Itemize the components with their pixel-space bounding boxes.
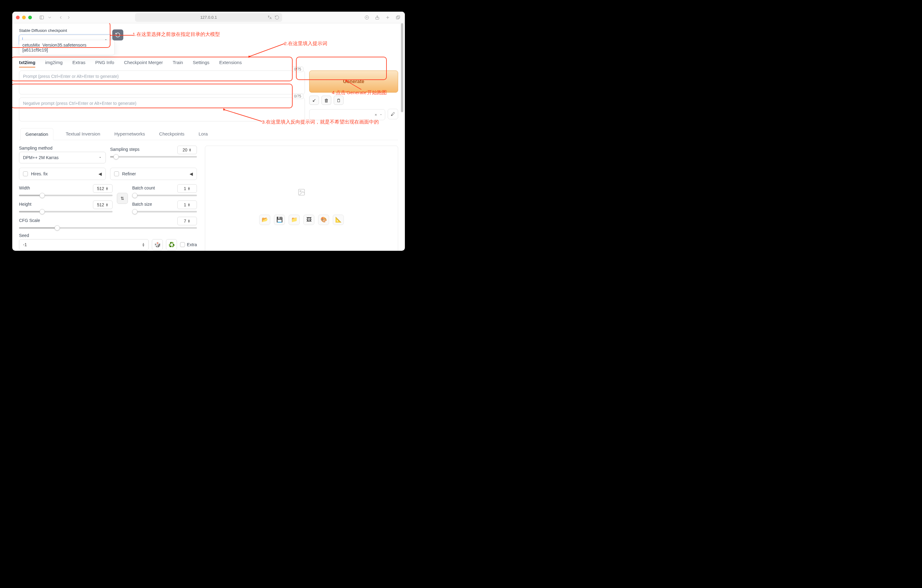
collapse-icon[interactable]: ◀ bbox=[190, 172, 193, 176]
batch-count-value: 1 bbox=[184, 186, 186, 191]
negative-prompt-input[interactable]: 0/75 Negative prompt (press Ctrl+Enter o… bbox=[19, 98, 305, 121]
height-slider[interactable] bbox=[19, 211, 113, 212]
stepper-icon[interactable]: ▲▼ bbox=[187, 219, 190, 223]
sampling-steps-input[interactable]: 20 ▲▼ bbox=[177, 145, 197, 154]
prompt-token-count: 0/75 bbox=[292, 67, 303, 72]
open-folder-button[interactable]: 📂 bbox=[259, 215, 270, 225]
stepper-icon[interactable]: ▲▼ bbox=[106, 187, 109, 190]
subtab-checkpoints[interactable]: Checkpoints bbox=[157, 128, 186, 140]
tab-txt2img[interactable]: txt2img bbox=[19, 60, 35, 67]
send-to-img2img-button[interactable]: 🖼 bbox=[303, 215, 314, 225]
scrollbar-thumb[interactable] bbox=[401, 23, 403, 112]
tab-settings[interactable]: Settings bbox=[193, 60, 209, 67]
cfg-slider[interactable] bbox=[19, 227, 197, 229]
stepper-icon[interactable]: ▲▼ bbox=[187, 203, 190, 207]
forward-button[interactable] bbox=[65, 15, 72, 21]
stepper-icon[interactable]: ▲▼ bbox=[142, 242, 145, 247]
width-input[interactable]: 512 ▲▼ bbox=[93, 184, 113, 193]
cfg-label: CFG Scale bbox=[19, 218, 40, 223]
stepper-icon[interactable]: ▲▼ bbox=[106, 203, 109, 207]
zip-button[interactable]: 📁 bbox=[289, 215, 300, 225]
reload-icon[interactable] bbox=[274, 15, 280, 21]
tab-img2img[interactable]: img2img bbox=[45, 60, 62, 67]
subtab-generation[interactable]: Generation bbox=[20, 128, 53, 140]
chevron-down-icon[interactable] bbox=[47, 15, 53, 21]
translate-icon[interactable] bbox=[267, 15, 272, 21]
share-icon[interactable] bbox=[374, 15, 380, 21]
annotation-text-1: 1.在这里选择之前放在指定目录的大模型 bbox=[132, 31, 220, 38]
random-seed-button[interactable]: 🎲 bbox=[152, 239, 163, 250]
chevron-down-icon bbox=[379, 112, 383, 117]
cfg-input[interactable]: 7 ▲▼ bbox=[177, 217, 197, 225]
sampling-steps-value: 20 bbox=[183, 147, 187, 152]
width-value: 512 bbox=[97, 186, 104, 191]
height-label: Height bbox=[19, 202, 31, 207]
back-button[interactable] bbox=[58, 15, 64, 21]
subtab-lora[interactable]: Lora bbox=[196, 128, 209, 140]
seed-value: -1 bbox=[23, 242, 27, 247]
hires-fix-toggle[interactable]: Hires. fix ◀ bbox=[19, 168, 106, 180]
sampling-steps-label: Sampling steps bbox=[110, 147, 139, 152]
batch-count-input[interactable]: 1 ▲▼ bbox=[177, 184, 197, 193]
maximize-window-button[interactable] bbox=[28, 16, 32, 19]
generate-button[interactable]: Generate bbox=[309, 70, 398, 93]
address-text: 127.0.0.1 bbox=[200, 15, 217, 20]
sampling-steps-slider[interactable] bbox=[110, 156, 197, 158]
edit-styles-button[interactable]: 🖊 bbox=[388, 109, 398, 119]
negative-prompt-token-count: 0/75 bbox=[292, 93, 303, 99]
sidebar-toggle-icon[interactable] bbox=[39, 15, 45, 21]
sampling-method-select[interactable]: DPM++ 2M Karras bbox=[19, 152, 106, 163]
new-tab-icon[interactable] bbox=[385, 15, 391, 21]
clear-style-icon[interactable]: × bbox=[374, 113, 377, 117]
refiner-toggle[interactable]: Refiner ◀ bbox=[110, 168, 197, 180]
checkpoint-label: Stable Diffusion checkpoint bbox=[19, 28, 114, 33]
close-window-button[interactable] bbox=[16, 16, 20, 19]
clear-prompt-button[interactable]: 🗑 bbox=[322, 96, 331, 105]
checkbox-icon[interactable] bbox=[114, 172, 119, 176]
checkbox-icon[interactable] bbox=[23, 172, 28, 176]
page-content: Stable Diffusion checkpoint cetusMix_Ver… bbox=[12, 23, 405, 251]
hires-fix-label: Hires. fix bbox=[31, 172, 47, 176]
vertical-scrollbar[interactable] bbox=[400, 23, 404, 251]
batch-size-value: 1 bbox=[184, 203, 186, 207]
minimize-window-button[interactable] bbox=[22, 16, 26, 19]
interrogate-button[interactable]: ↙ bbox=[309, 96, 319, 105]
height-input[interactable]: 512 ▲▼ bbox=[93, 201, 113, 209]
reload-checkpoints-button[interactable] bbox=[112, 29, 123, 41]
downloads-icon[interactable] bbox=[364, 15, 370, 21]
output-panel: 📂 💾 📁 🖼 🎨 📐 bbox=[205, 145, 398, 251]
paste-button[interactable]: 🗒 bbox=[334, 96, 343, 105]
stepper-icon[interactable]: ▲▼ bbox=[187, 187, 190, 190]
cfg-value: 7 bbox=[184, 219, 186, 224]
seed-input[interactable]: -1 ▲▼ bbox=[19, 239, 149, 250]
reuse-seed-button[interactable]: ♻️ bbox=[166, 239, 177, 250]
swap-dimensions-button[interactable]: ⇅ bbox=[117, 193, 128, 204]
send-to-extras-button[interactable]: 🎨 bbox=[318, 215, 329, 225]
batch-count-slider[interactable] bbox=[132, 195, 197, 196]
refiner-label: Refiner bbox=[122, 172, 136, 176]
checkpoint-dropdown-item[interactable]: cetusMix_Version35.safetensors [a611cf9c… bbox=[19, 40, 115, 55]
tab-pnginfo[interactable]: PNG Info bbox=[95, 60, 114, 67]
tab-checkpoint-merger[interactable]: Checkpoint Merger bbox=[124, 60, 163, 67]
prompt-input[interactable]: 0/75 Prompt (press Ctrl+Enter or Alt+Ent… bbox=[19, 70, 305, 95]
stepper-icon[interactable]: ▲▼ bbox=[189, 148, 192, 152]
batch-size-input[interactable]: 1 ▲▼ bbox=[177, 201, 197, 209]
sub-tabs: Generation Textual Inversion Hypernetwor… bbox=[19, 128, 398, 140]
tab-train[interactable]: Train bbox=[173, 60, 183, 67]
styles-select[interactable]: × bbox=[309, 109, 385, 120]
tab-extras[interactable]: Extras bbox=[72, 60, 85, 67]
width-slider[interactable] bbox=[19, 195, 113, 196]
ruler-button[interactable]: 📐 bbox=[333, 215, 344, 225]
svg-rect-3 bbox=[397, 16, 400, 18]
checkpoint-block: Stable Diffusion checkpoint cetusMix_Ver… bbox=[19, 28, 114, 46]
extra-checkbox[interactable] bbox=[180, 242, 185, 247]
batch-size-slider[interactable] bbox=[132, 211, 197, 212]
collapse-icon[interactable]: ◀ bbox=[98, 172, 102, 176]
save-button[interactable]: 💾 bbox=[274, 215, 285, 225]
subtab-textual-inversion[interactable]: Textual Inversion bbox=[64, 128, 102, 140]
subtab-hypernetworks[interactable]: Hypernetworks bbox=[113, 128, 147, 140]
address-bar[interactable]: 127.0.0.1 bbox=[135, 13, 282, 22]
tab-extensions[interactable]: Extensions bbox=[219, 60, 242, 67]
browser-toolbar: 127.0.0.1 bbox=[12, 11, 405, 23]
tabs-overview-icon[interactable] bbox=[395, 15, 401, 21]
